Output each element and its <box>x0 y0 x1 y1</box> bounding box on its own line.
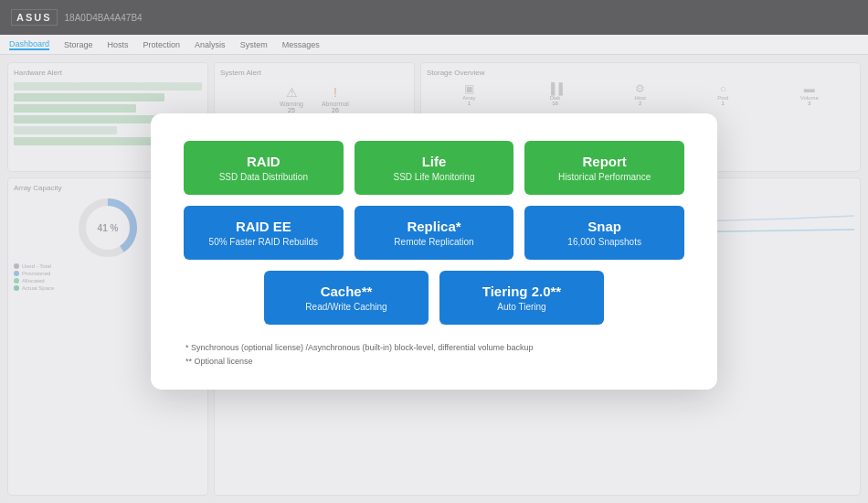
replica-button[interactable]: Replica* Remote Replication <box>355 206 514 260</box>
replica-subtitle: Remote Replication <box>364 237 505 247</box>
snap-title: Snap <box>534 219 675 234</box>
raid-ee-button[interactable]: RAID EE 50% Faster RAID Rebuilds <box>184 206 344 260</box>
life-button[interactable]: Life SSD Life Monitoring <box>355 141 514 195</box>
raid-subtitle: SSD Data Distribution <box>193 172 334 182</box>
life-title: Life <box>364 154 505 169</box>
raid-title: RAID <box>193 154 334 169</box>
features-row-3: Cache** Read/Write Caching Tiering 2.0**… <box>184 271 684 325</box>
footnote-2: ** Optional license <box>185 355 684 368</box>
cache-button[interactable]: Cache** Read/Write Caching <box>264 271 429 325</box>
tiering-subtitle: Auto Tiering <box>449 302 595 312</box>
raid-button[interactable]: RAID SSD Data Distribution <box>184 141 344 195</box>
tiering-button[interactable]: Tiering 2.0** Auto Tiering <box>439 271 604 325</box>
tiering-title: Tiering 2.0** <box>449 284 595 299</box>
raid-ee-subtitle: 50% Faster RAID Rebuilds <box>193 237 334 247</box>
replica-title: Replica* <box>364 219 505 234</box>
features-modal: RAID SSD Data Distribution Life SSD Life… <box>151 113 717 390</box>
features-row-1: RAID SSD Data Distribution Life SSD Life… <box>184 141 684 195</box>
footnotes: * Synchronous (optional license) /Asynch… <box>184 341 684 368</box>
footnote-1: * Synchronous (optional license) /Asynch… <box>185 341 684 354</box>
cache-title: Cache** <box>273 284 419 299</box>
snap-subtitle: 16,000 Snapshots <box>534 237 675 247</box>
report-title: Report <box>534 154 675 169</box>
raid-ee-title: RAID EE <box>193 219 334 234</box>
modal-overlay: RAID SSD Data Distribution Life SSD Life… <box>0 0 868 503</box>
features-row-2: RAID EE 50% Faster RAID Rebuilds Replica… <box>184 206 684 260</box>
cache-subtitle: Read/Write Caching <box>273 302 419 312</box>
report-subtitle: Historical Performance <box>534 172 675 182</box>
report-button[interactable]: Report Historical Performance <box>524 141 684 195</box>
snap-button[interactable]: Snap 16,000 Snapshots <box>524 206 684 260</box>
life-subtitle: SSD Life Monitoring <box>364 172 505 182</box>
